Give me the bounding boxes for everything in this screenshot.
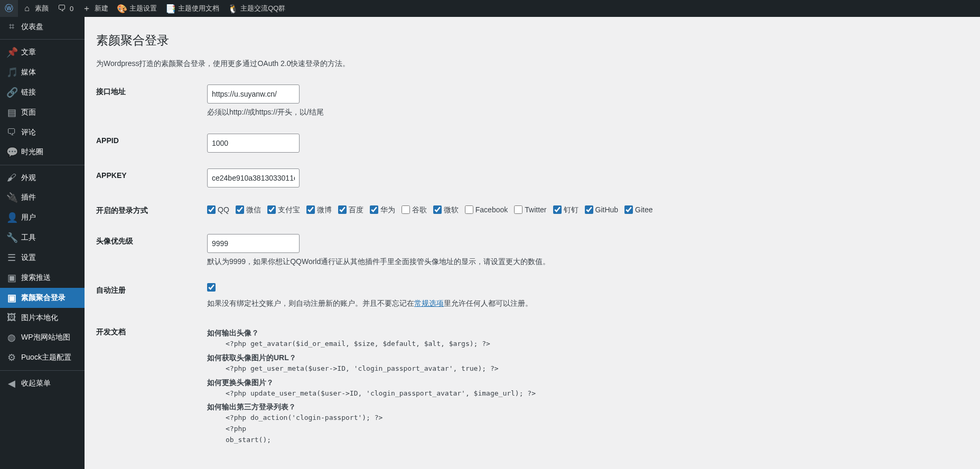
site-link[interactable]: ⌂素颜 (18, 0, 53, 17)
new-label: 新建 (95, 4, 108, 13)
method-alipay-label: 支付宝 (278, 204, 300, 215)
method-baidu-checkbox[interactable] (338, 205, 347, 214)
method-alipay[interactable]: 支付宝 (267, 204, 300, 215)
method-weibo-checkbox[interactable] (306, 205, 315, 214)
method-facebook-checkbox[interactable] (465, 205, 473, 214)
method-baidu-label: 百度 (349, 204, 363, 215)
method-google-checkbox[interactable] (402, 205, 410, 214)
general-settings-link[interactable]: 常规选项 (414, 299, 444, 307)
method-microsoft-checkbox[interactable] (433, 205, 442, 214)
menu-puock-config[interactable]: ⚙Puock主题配置 (0, 348, 85, 368)
method-dingtalk-label: 钉钉 (564, 204, 578, 215)
appid-label: APPID (96, 126, 202, 161)
page-description: 为Wordpress打造的素颜聚合登录，使用更多通过OAuth 2.0快速登录的… (96, 58, 959, 69)
avatar-priority-label: 头像优先级 (96, 226, 202, 275)
gear-icon: ⚙ (6, 352, 17, 363)
method-twitter-checkbox[interactable] (514, 205, 522, 214)
theme-settings-link[interactable]: 🎨主题设置 (113, 0, 161, 17)
menu-wp-sitemap[interactable]: ◍WP泡网站地图 (0, 327, 85, 348)
method-weibo[interactable]: 微博 (306, 204, 332, 215)
method-github-checkbox[interactable] (585, 205, 593, 214)
method-google-label: 谷歌 (412, 204, 427, 215)
collapse-icon: ◀ (6, 378, 17, 389)
admin-menu: ⌗仪表盘 📌文章 🎵媒体 🔗链接 ▤页面 🗨评论 💬时光圈 🖌外观 🔌插件 👤用… (0, 17, 85, 469)
method-microsoft[interactable]: 微软 (433, 204, 459, 215)
menu-plugins[interactable]: 🔌插件 (0, 187, 85, 208)
comments-link[interactable]: 🗨0 (53, 0, 78, 17)
generic-icon: ▣ (6, 272, 17, 284)
menu-appearance[interactable]: 🖌外观 (0, 168, 85, 187)
plus-icon: ＋ (82, 3, 91, 14)
doc-code: <?php update_user_meta($user->ID, 'clogi… (207, 388, 954, 399)
doc-code: <?php get_avatar($id_or_email, $size, $d… (207, 339, 954, 350)
admin-bar: ⓦ ⌂素颜 🗨0 ＋新建 🎨主题设置 📑主题使用文档 🐧主题交流QQ群 (0, 0, 980, 17)
method-twitter[interactable]: Twitter (514, 204, 546, 215)
chat-icon: 💬 (6, 146, 17, 158)
user-icon: 👤 (6, 212, 17, 223)
menu-suyan-login[interactable]: ▣素颜聚合登录 (0, 288, 85, 308)
menu-media[interactable]: 🎵媒体 (0, 62, 85, 82)
media-icon: 🎵 (6, 67, 17, 78)
new-content-link[interactable]: ＋新建 (78, 0, 113, 17)
image-icon: 🖼 (6, 312, 17, 323)
doc-question: 如何更换头像图片？ (207, 377, 954, 388)
method-baidu[interactable]: 百度 (338, 204, 363, 215)
menu-links[interactable]: 🔗链接 (0, 82, 85, 102)
appkey-label: APPKEY (96, 161, 202, 195)
api-url-input[interactable] (207, 85, 300, 104)
method-alipay-checkbox[interactable] (267, 205, 276, 214)
menu-searchpush[interactable]: ▣搜索推送 (0, 268, 85, 288)
site-name: 素颜 (35, 4, 49, 13)
comment-icon: 🗨 (57, 4, 67, 13)
avatar-priority-input[interactable] (207, 234, 300, 253)
theme-docs-link[interactable]: 📑主题使用文档 (161, 0, 223, 17)
comment-icon: 🗨 (6, 127, 17, 138)
method-facebook[interactable]: Facebook (465, 204, 508, 215)
method-gitee[interactable]: Gitee (624, 204, 652, 215)
appid-input[interactable] (207, 134, 300, 153)
auto-register-checkbox[interactable] (207, 283, 216, 292)
method-dingtalk[interactable]: 钉钉 (553, 204, 578, 215)
method-dingtalk-checkbox[interactable] (553, 205, 562, 214)
menu-collapse[interactable]: ◀收起菜单 (0, 373, 85, 393)
method-qq[interactable]: QQ (207, 204, 229, 215)
doc-code: ob_start(); (207, 435, 954, 446)
menu-pages[interactable]: ▤页面 (0, 102, 85, 123)
appkey-input[interactable] (207, 168, 300, 187)
theme-qq-link[interactable]: 🐧主题交流QQ群 (223, 0, 290, 17)
menu-posts[interactable]: 📌文章 (0, 42, 85, 62)
login-methods-label: 开启的登录方式 (96, 195, 202, 226)
menu-shiguangquan[interactable]: 💬时光圈 (0, 142, 85, 162)
method-wechat-checkbox[interactable] (236, 205, 244, 214)
avatar-priority-hint: 默认为9999，如果你想让QQWorld通行证从其他插件手里全面接管头像地址的显… (207, 256, 954, 267)
menu-settings[interactable]: ☰设置 (0, 248, 85, 268)
method-microsoft-label: 微软 (444, 204, 459, 215)
method-qq-checkbox[interactable] (207, 205, 216, 214)
menu-comments[interactable]: 🗨评论 (0, 123, 85, 142)
menu-image-local[interactable]: 🖼图片本地化 (0, 308, 85, 327)
api-url-label: 接口地址 (96, 77, 202, 126)
qq-icon: 🐧 (228, 4, 237, 14)
dashboard-icon: ⌗ (6, 21, 17, 32)
method-huawei-checkbox[interactable] (370, 205, 378, 214)
doc-code: <?php (207, 424, 954, 435)
menu-tools[interactable]: 🔧工具 (0, 228, 85, 248)
method-wechat[interactable]: 微信 (236, 204, 261, 215)
doc-question: 如何获取头像图片的URL？ (207, 352, 954, 363)
method-wechat-label: 微信 (246, 204, 261, 215)
api-url-hint: 必须以http://或https://开头，以/结尾 (207, 107, 954, 118)
method-google[interactable]: 谷歌 (402, 204, 427, 215)
pin-icon: 📌 (6, 46, 17, 58)
method-weibo-label: 微博 (317, 204, 332, 215)
method-gitee-checkbox[interactable] (624, 205, 633, 214)
slider-icon: ☰ (6, 252, 17, 264)
method-huawei[interactable]: 华为 (370, 204, 395, 215)
method-twitter-label: Twitter (525, 204, 546, 215)
docs-icon: 📑 (165, 4, 175, 14)
wp-logo[interactable]: ⓦ (0, 0, 18, 17)
plug-icon: 🔌 (6, 192, 17, 203)
method-github[interactable]: GitHub (585, 204, 619, 215)
menu-users[interactable]: 👤用户 (0, 208, 85, 228)
menu-dashboard[interactable]: ⌗仪表盘 (0, 17, 85, 36)
art-icon: 🎨 (117, 4, 126, 14)
